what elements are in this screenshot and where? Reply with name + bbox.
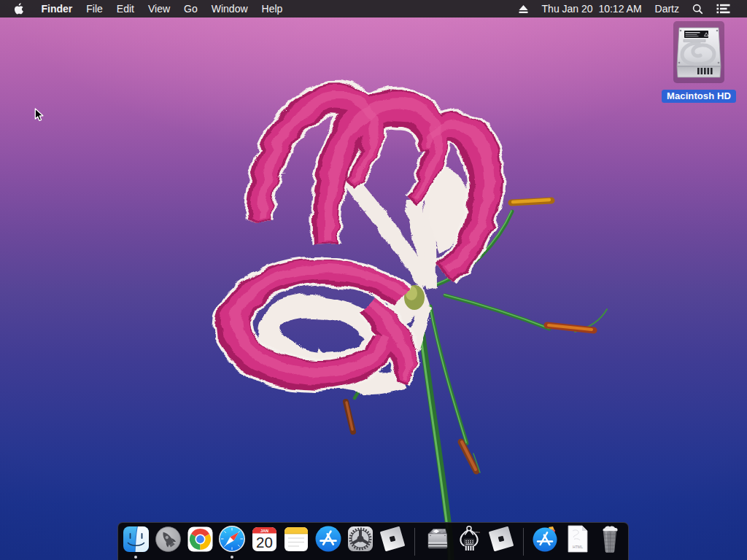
dock-system-preferences[interactable] xyxy=(344,523,376,560)
dock-separator xyxy=(517,523,530,560)
menu-bar-user[interactable]: Dartz xyxy=(649,0,686,18)
desktop-icon-macintosh-hd[interactable]: Macintosh HD xyxy=(659,21,739,103)
dock-chrome[interactable] xyxy=(184,523,216,560)
menu-bar: Finder File Edit View Go Window Help Thu… xyxy=(0,0,747,18)
finder-icon xyxy=(123,526,150,553)
menu-view[interactable]: View xyxy=(141,0,177,18)
html-file-icon: HTML xyxy=(565,524,591,553)
menu-edit[interactable]: Edit xyxy=(109,0,141,18)
gloriosa-flower-artwork xyxy=(0,0,747,560)
dock-html-file[interactable]: HTML xyxy=(562,523,594,560)
roblox-icon xyxy=(487,524,516,553)
launchpad-icon xyxy=(155,526,182,553)
chip-claw-icon: america xyxy=(454,524,484,553)
dock-roblox-2[interactable] xyxy=(485,523,517,560)
svg-text:JAN: JAN xyxy=(260,528,268,532)
dock: JAN 20 xyxy=(117,522,629,560)
menu-bar-clock[interactable]: Thu Jan 20 10:12 AM xyxy=(535,0,649,18)
chrome-icon xyxy=(187,526,214,553)
apple-menu[interactable] xyxy=(0,0,34,18)
mouse-cursor xyxy=(34,108,46,122)
menu-bar-left: Finder File Edit View Go Window Help xyxy=(0,0,290,18)
running-indicator xyxy=(231,556,233,559)
dock-safari[interactable] xyxy=(216,523,248,560)
running-indicator xyxy=(134,556,137,559)
svg-text:america: america xyxy=(473,531,480,534)
notes-icon xyxy=(283,526,309,553)
notification-center-icon[interactable] xyxy=(710,0,730,18)
dock-notes[interactable] xyxy=(280,523,312,560)
hard-drive-device-icon xyxy=(675,26,723,79)
macos-desktop: Finder File Edit View Go Window Help Thu… xyxy=(0,0,747,560)
dock-trash[interactable] xyxy=(594,523,626,560)
menu-window[interactable]: Window xyxy=(204,0,255,18)
roblox-icon xyxy=(378,524,407,553)
menu-finder[interactable]: Finder xyxy=(34,0,80,18)
apple-logo-icon xyxy=(14,3,26,15)
desktop-icon-label: Macintosh HD xyxy=(662,90,736,103)
system-preferences-icon xyxy=(347,525,374,553)
icon-selection-highlight xyxy=(673,21,724,83)
menu-help[interactable]: Help xyxy=(255,0,290,18)
trash-full-icon xyxy=(597,524,623,553)
hard-drive-3d-icon xyxy=(422,524,452,553)
dock-app-store[interactable] xyxy=(312,523,344,560)
dock-chip-claw-tool[interactable]: america xyxy=(453,523,485,560)
dock-calendar[interactable]: JAN 20 xyxy=(248,523,280,560)
svg-text:HTML: HTML xyxy=(573,545,583,549)
dock-applications-stack[interactable] xyxy=(530,523,562,560)
dock-separator xyxy=(409,523,421,560)
dock-launchpad[interactable] xyxy=(152,523,184,560)
dock-roblox[interactable] xyxy=(376,523,409,560)
dock-hard-drive-app[interactable] xyxy=(421,523,453,560)
menu-bar-status: Thu Jan 20 10:12 AM Dartz xyxy=(511,0,747,18)
svg-text:20: 20 xyxy=(256,534,273,551)
dock-finder[interactable] xyxy=(120,523,152,560)
menu-file[interactable]: File xyxy=(80,0,110,18)
eject-icon[interactable] xyxy=(511,0,535,18)
calendar-icon: JAN 20 xyxy=(251,526,278,553)
app-store-icon xyxy=(314,525,342,553)
safari-icon xyxy=(218,525,246,553)
spotlight-search-icon[interactable] xyxy=(686,0,710,18)
applications-stack-icon xyxy=(531,524,560,553)
menu-go[interactable]: Go xyxy=(177,0,205,18)
